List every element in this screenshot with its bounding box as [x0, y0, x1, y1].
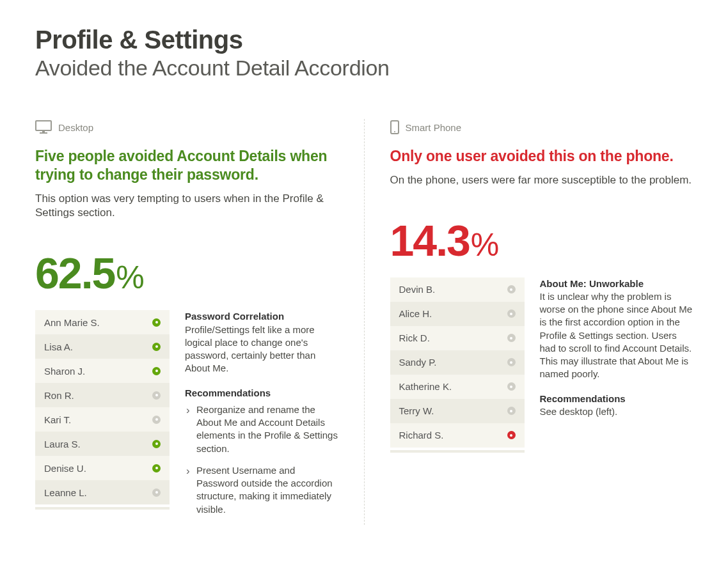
participant-name: Leanne L.	[44, 487, 87, 498]
headline-phone: Only one user avoided this on the phone.	[390, 147, 693, 166]
status-dot-active-icon	[152, 343, 161, 351]
page-subtitle: Avoided the Account Detail Accordion	[35, 56, 693, 81]
headline-desktop: Five people avoided Account Details when…	[35, 147, 338, 184]
note-title: About Me: Unworkable	[540, 277, 693, 290]
participant-row: Richard S.	[390, 423, 525, 448]
svg-point-4	[394, 131, 395, 132]
svg-rect-2	[40, 132, 47, 134]
page-title: Profile & Settings	[35, 26, 693, 54]
status-dot-active-icon	[152, 318, 161, 327]
status-dot-active-icon	[152, 367, 161, 375]
participant-row: Sharon J.	[35, 359, 170, 383]
device-label: Desktop	[58, 122, 93, 133]
page-header: Profile & Settings Avoided the Account D…	[35, 26, 693, 81]
status-dot-inactive-icon	[152, 391, 161, 400]
participant-name: Kari T.	[44, 414, 71, 425]
body-split-phone: Devin B.Alice H.Rick D.Sandy P.Katherine…	[390, 277, 693, 453]
desktop-column: Desktop Five people avoided Account Deta…	[35, 119, 364, 525]
stat-pct: %	[471, 226, 498, 263]
list-footer-line	[390, 450, 525, 453]
participant-row: Denise U.	[35, 456, 170, 480]
rec-item: Reorganize and rename the About Me and A…	[185, 403, 338, 455]
participant-row: Ron R.	[35, 383, 170, 407]
participant-row: Devin B.	[390, 277, 525, 302]
rec-body: See desktop (left).	[540, 405, 693, 418]
status-dot-inactive-icon	[507, 334, 516, 342]
participant-name: Ron R.	[44, 390, 74, 401]
status-dot-active-icon	[152, 464, 161, 472]
participant-row: Ann Marie S.	[35, 310, 170, 334]
device-row-desktop: Desktop	[35, 119, 338, 136]
stat-num: 14.3	[390, 219, 470, 262]
body-split-desktop: Ann Marie S.Lisa A.Sharon J.Ron R.Kari T…	[35, 310, 338, 525]
rec-list: Reorganize and rename the About Me and A…	[185, 403, 338, 516]
participant-name: Richard S.	[399, 430, 444, 441]
status-dot-inactive-icon	[152, 416, 161, 424]
participant-row: Rick D.	[390, 326, 525, 350]
notes-phone: About Me: Unworkable It is unclear why t…	[540, 277, 693, 453]
participant-name: Sandy P.	[399, 357, 437, 368]
stat-desktop: 62.5 %	[35, 251, 338, 296]
sub-desktop: This option was very tempting to users w…	[35, 192, 338, 221]
participant-row: Laura S.	[35, 432, 170, 456]
svg-rect-1	[42, 130, 45, 132]
participant-row: Katherine K.	[390, 375, 525, 399]
status-dot-inactive-icon	[507, 358, 516, 366]
participant-name: Ann Marie S.	[44, 317, 100, 328]
svg-rect-0	[36, 121, 51, 130]
participant-name: Denise U.	[44, 463, 86, 474]
smartphone-icon	[390, 120, 399, 134]
participant-row: Kari T.	[35, 407, 170, 432]
participant-row: Terry W.	[390, 399, 525, 423]
participant-list-desktop: Ann Marie S.Lisa A.Sharon J.Ron R.Kari T…	[35, 310, 170, 525]
rec-title: Recommendations	[185, 387, 338, 400]
rec-title: Recommendations	[540, 393, 693, 405]
desktop-icon	[35, 120, 52, 134]
participant-name: Terry W.	[399, 405, 434, 416]
device-label: Smart Phone	[406, 122, 462, 133]
status-dot-active-icon	[507, 431, 516, 439]
stat-phone: 14.3 %	[390, 219, 693, 263]
device-row-phone: Smart Phone	[390, 119, 693, 136]
status-dot-inactive-icon	[507, 407, 516, 415]
columns: Desktop Five people avoided Account Deta…	[35, 119, 693, 525]
participant-name: Alice H.	[399, 308, 432, 319]
participant-row: Leanne L.	[35, 480, 170, 504]
status-dot-inactive-icon	[507, 382, 516, 391]
stat-pct: %	[116, 259, 143, 296]
participant-list-phone: Devin B.Alice H.Rick D.Sandy P.Katherine…	[390, 277, 525, 453]
rec-item: Present Username and Password outside th…	[185, 464, 338, 516]
participant-name: Sharon J.	[44, 366, 85, 377]
participant-name: Lisa A.	[44, 341, 73, 352]
note-title: Password Correlation	[185, 310, 338, 323]
note-body: Profile/Settings felt like a more logica…	[185, 324, 338, 375]
participant-name: Devin B.	[399, 284, 436, 295]
participant-name: Katherine K.	[399, 381, 452, 392]
stat-num: 62.5	[35, 251, 115, 295]
list-footer-line	[35, 507, 170, 510]
participant-row: Sandy P.	[390, 350, 525, 375]
status-dot-inactive-icon	[152, 488, 161, 497]
participant-row: Alice H.	[390, 302, 525, 326]
participant-name: Laura S.	[44, 439, 81, 449]
status-dot-active-icon	[152, 440, 161, 448]
note-body: It is unclear why the problem is worse o…	[540, 290, 693, 381]
participant-name: Rick D.	[399, 332, 430, 343]
participant-row: Lisa A.	[35, 334, 170, 359]
notes-desktop: Password Correlation Profile/Settings fe…	[185, 310, 338, 525]
sub-phone: On the phone, users were far more suscep…	[390, 173, 693, 188]
phone-column: Smart Phone Only one user avoided this o…	[364, 119, 693, 525]
status-dot-inactive-icon	[507, 309, 516, 318]
status-dot-inactive-icon	[507, 285, 516, 293]
